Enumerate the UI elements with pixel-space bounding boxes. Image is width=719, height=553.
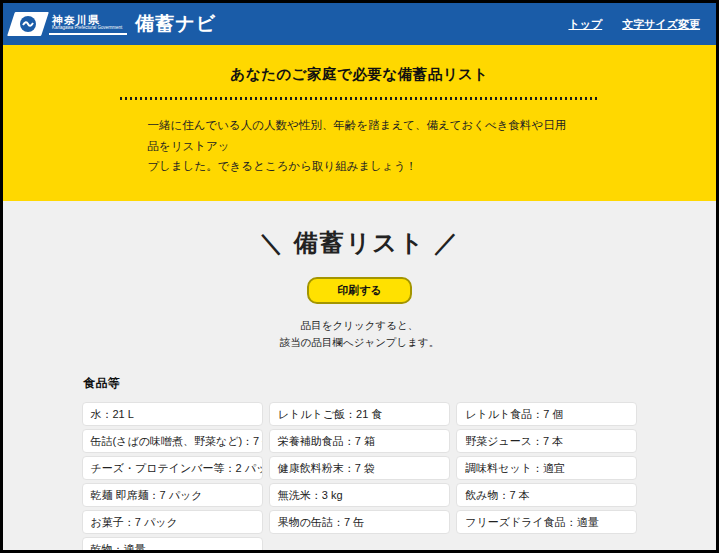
section-title: ＼ 備蓄リスト ／ [3, 227, 716, 259]
jump-note: 品目をクリックすると、 該当の品目欄へジャンプします。 [3, 317, 716, 351]
main-content: ＼ 備蓄リスト ／ 印刷する 品目をクリックすると、 該当の品目欄へジャンプしま… [3, 201, 716, 553]
stock-item-canned-food[interactable]: 缶詰(さばの味噌煮、野菜など)：7 缶 [82, 429, 263, 453]
print-button[interactable]: 印刷する [307, 277, 412, 304]
kanagawa-emblem-icon [7, 12, 49, 36]
stock-item-grid: 水：21 L レトルトご飯：21 食 レトルト食品：7 個 缶詰(さばの味噌煮、… [82, 402, 638, 553]
stock-item-vegetable-juice[interactable]: 野菜ジュース：7 本 [456, 429, 637, 453]
page: 神奈川県 Kanagawa Prefectural Government 備蓄ナ… [0, 0, 719, 553]
jump-note-line2: 該当の品目欄へジャンプします。 [3, 334, 716, 351]
site-header: 神奈川県 Kanagawa Prefectural Government 備蓄ナ… [3, 3, 716, 45]
dotted-divider [120, 97, 600, 100]
stock-item-supplements[interactable]: 栄養補助食品：7 箱 [269, 429, 450, 453]
site-title: 備蓄ナビ [135, 11, 216, 37]
stock-item-drinks[interactable]: 飲み物：7 本 [456, 483, 637, 507]
site-logo[interactable]: 神奈川県 Kanagawa Prefectural Government 備蓄ナ… [11, 11, 216, 37]
stock-item-rice[interactable]: 無洗米：3 kg [269, 483, 450, 507]
category-label: 食品等 [84, 375, 638, 392]
hero-title: あなたのご家庭で必要な備蓄品リスト [3, 65, 716, 84]
stock-item-retort-food[interactable]: レトルト食品：7 個 [456, 402, 637, 426]
stock-item-canned-fruit[interactable]: 果物の缶詰：7 缶 [269, 510, 450, 534]
stock-list: 食品等 水：21 L レトルトご飯：21 食 レトルト食品：7 個 缶詰(さばの… [82, 375, 638, 553]
stock-item-snacks[interactable]: お菓子：7 パック [82, 510, 263, 534]
stock-item-retort-rice[interactable]: レトルトご飯：21 食 [269, 402, 450, 426]
stock-item-health-drink-powder[interactable]: 健康飲料粉末：7 袋 [269, 456, 450, 480]
stock-item-dried-noodles[interactable]: 乾麺 即席麺：7 パック [82, 483, 263, 507]
hero-description: 一緒に住んでいる人の人数や性別、年齢を踏まえて、備えておくべき食料や日用品をリス… [148, 115, 572, 177]
stock-item-water[interactable]: 水：21 L [82, 402, 263, 426]
hero-description-line1: 一緒に住んでいる人の人数や性別、年齢を踏まえて、備えておくべき食料や日用品をリス… [148, 115, 572, 156]
header-nav: トップ 文字サイズ変更 [568, 17, 700, 32]
stock-item-cheese-protein-bar[interactable]: チーズ・プロテインバー等：2 パック [82, 456, 263, 480]
top-link[interactable]: トップ [568, 17, 602, 32]
stock-item-freeze-dried[interactable]: フリーズドライ食品：適量 [456, 510, 637, 534]
stock-item-dried-goods[interactable]: 乾物：適量 [82, 537, 263, 553]
prefecture-name-block: 神奈川県 Kanagawa Prefectural Government [49, 13, 127, 35]
font-size-link[interactable]: 文字サイズ変更 [622, 17, 700, 32]
prefecture-name-en: Kanagawa Prefectural Government [52, 26, 122, 31]
stock-item-seasoning-set[interactable]: 調味料セット：適宜 [456, 456, 637, 480]
jump-note-line1: 品目をクリックすると、 [3, 317, 716, 334]
hero-banner: あなたのご家庭で必要な備蓄品リスト 一緒に住んでいる人の人数や性別、年齢を踏まえ… [3, 45, 716, 201]
hero-description-line2: プしました。できるところから取り組みましょう！ [148, 156, 572, 177]
